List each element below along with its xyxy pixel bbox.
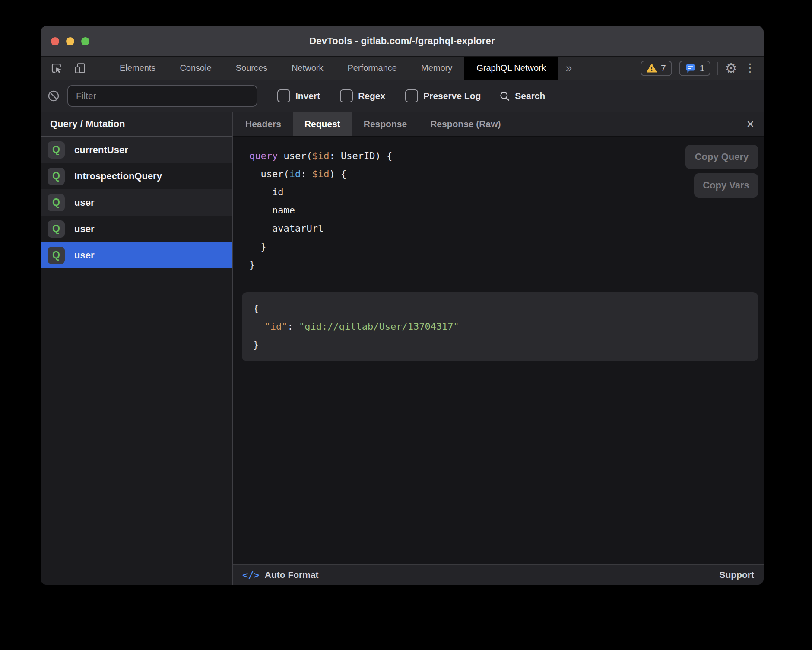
request-body-area: query user($id: UserID) { user(id: $id) … (233, 137, 764, 564)
filter-bar: Invert Regex Preserve Log Search (41, 80, 764, 112)
clear-requests-icon[interactable] (48, 90, 60, 102)
copy-vars-button[interactable]: Copy Vars (694, 173, 758, 198)
list-item-introspectionquery[interactable]: Q IntrospectionQuery (41, 163, 232, 189)
code-format-icon: </> (242, 570, 260, 580)
message-bubble-icon (685, 64, 696, 73)
query-variables-code: { "id": "gid://gitlab/User/13704317"} (253, 300, 747, 354)
tab-performance[interactable]: Performance (336, 57, 409, 80)
inspect-element-icon[interactable] (49, 61, 64, 76)
traffic-lights (51, 26, 89, 56)
invert-checkbox-group[interactable]: Invert (277, 89, 320, 102)
tab-network[interactable]: Network (279, 57, 335, 80)
preserve-log-checkbox[interactable] (405, 89, 418, 102)
tab-sources[interactable]: Sources (224, 57, 279, 80)
auto-format-toggle[interactable]: Auto Format (265, 570, 319, 580)
search-label: Search (515, 91, 545, 101)
issues-badge[interactable]: 1 (679, 61, 711, 76)
window-title: DevTools - gitlab.com/-/graphql-explorer (309, 35, 495, 47)
detail-footer: </> Auto Format Support (233, 564, 764, 585)
close-detail-icon[interactable]: × (737, 112, 764, 136)
invert-checkbox[interactable] (277, 89, 290, 102)
devtools-toolbar: Elements Console Sources Network Perform… (41, 56, 764, 80)
query-type-icon: Q (48, 168, 65, 185)
search-button[interactable]: Search (499, 90, 545, 102)
tab-headers[interactable]: Headers (234, 112, 293, 136)
more-options-icon[interactable]: ⋮ (744, 64, 756, 73)
more-tabs-chevron-icon[interactable]: » (558, 57, 580, 80)
regex-checkbox[interactable] (340, 89, 353, 102)
filter-input[interactable] (67, 85, 257, 107)
support-link[interactable]: Support (720, 570, 754, 580)
query-variables-box: { "id": "gid://gitlab/User/13704317"} (242, 292, 758, 361)
toolbar-divider (96, 62, 96, 75)
list-item-user-2[interactable]: Q user (41, 216, 232, 242)
regex-label: Regex (358, 91, 385, 101)
tab-response-raw[interactable]: Response (Raw) (419, 112, 512, 136)
warnings-count: 7 (661, 63, 666, 73)
search-icon (499, 90, 511, 102)
tab-request[interactable]: Request (293, 112, 352, 136)
close-window-button[interactable] (51, 37, 59, 45)
zoom-window-button[interactable] (81, 37, 89, 45)
invert-label: Invert (295, 91, 320, 101)
main-content: Query / Mutation Q currentUser Q Introsp… (41, 112, 764, 585)
title-bar[interactable]: DevTools - gitlab.com/-/graphql-explorer (41, 26, 764, 56)
list-item-user-1[interactable]: Q user (41, 189, 232, 216)
toolbar-divider (717, 62, 718, 75)
regex-checkbox-group[interactable]: Regex (340, 89, 385, 102)
request-list-header: Query / Mutation (41, 112, 232, 137)
query-type-icon: Q (48, 141, 65, 159)
tab-response[interactable]: Response (352, 112, 419, 136)
query-type-icon: Q (48, 220, 65, 238)
tab-console[interactable]: Console (168, 57, 223, 80)
preserve-log-checkbox-group[interactable]: Preserve Log (405, 89, 481, 102)
settings-gear-icon[interactable]: ⚙ (725, 61, 737, 75)
minimize-window-button[interactable] (66, 37, 74, 45)
graphql-query-code: query user($id: UserID) { user(id: $id) … (233, 137, 764, 274)
device-toolbar-icon[interactable] (73, 61, 87, 76)
tab-graphql-network[interactable]: GraphQL Network (464, 57, 558, 80)
tab-memory[interactable]: Memory (409, 57, 464, 80)
request-detail-panel: Headers Request Response Response (Raw) … (233, 112, 764, 585)
query-type-icon: Q (48, 247, 65, 264)
query-type-icon: Q (48, 194, 65, 211)
devtools-window: DevTools - gitlab.com/-/graphql-explorer… (41, 26, 764, 585)
warnings-badge[interactable]: 7 (641, 61, 672, 76)
list-item-currentUser[interactable]: Q currentUser (41, 137, 232, 163)
issues-count: 1 (700, 63, 705, 73)
tab-elements[interactable]: Elements (108, 57, 168, 80)
devtools-tab-strip: Elements Console Sources Network Perform… (108, 57, 580, 80)
warning-triangle-icon (647, 64, 657, 73)
detail-tab-strip: Headers Request Response Response (Raw) … (233, 112, 764, 137)
list-item-user-3-selected[interactable]: Q user (41, 242, 232, 268)
copy-query-button[interactable]: Copy Query (685, 145, 758, 169)
request-list-panel: Query / Mutation Q currentUser Q Introsp… (41, 112, 233, 585)
preserve-log-label: Preserve Log (423, 91, 481, 101)
